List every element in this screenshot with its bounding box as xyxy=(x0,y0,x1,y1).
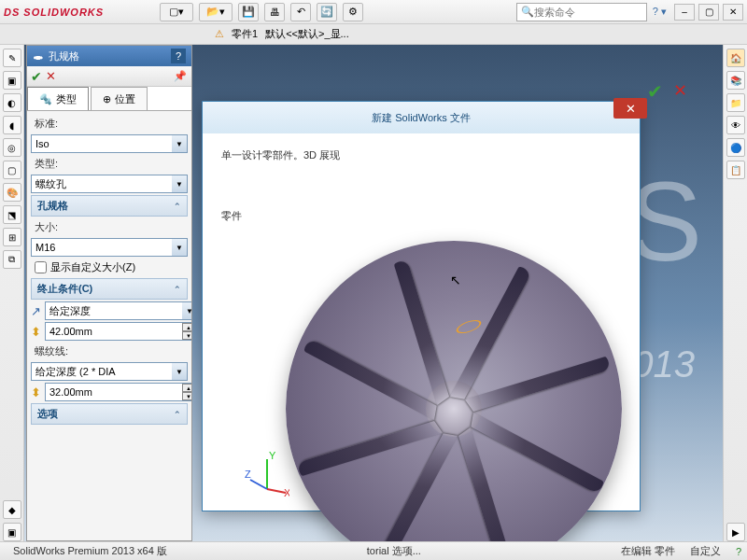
rail-pattern-icon[interactable]: ⊞ xyxy=(3,228,21,246)
pm-ok-button[interactable]: ✔ xyxy=(31,69,42,84)
combo-end-condition[interactable]: ▼ xyxy=(45,301,191,320)
pm-pin-button[interactable]: 📌 xyxy=(173,69,188,84)
status-tutorial[interactable]: torial 选项... xyxy=(359,544,429,558)
tab-position[interactable]: ⊕ 位置 xyxy=(91,87,148,110)
search-input[interactable] xyxy=(534,7,642,18)
depth-icon: ⬍ xyxy=(31,322,41,341)
viewport-cancel-icon[interactable]: ✕ xyxy=(673,80,687,101)
pm-cancel-button[interactable]: ✕ xyxy=(46,69,56,83)
input-standard[interactable] xyxy=(32,135,172,152)
rail-draft-icon[interactable]: ⬔ xyxy=(3,205,21,224)
label-thread: 螺纹线: xyxy=(31,343,188,360)
dd-type-icon[interactable]: ▼ xyxy=(172,175,187,192)
status-custom[interactable]: 自定义 xyxy=(683,544,728,558)
rail-extrude-icon[interactable]: ▣ xyxy=(3,71,21,90)
input-depth[interactable] xyxy=(46,323,182,340)
chk-custom-size-label: 显示自定义大小(Z) xyxy=(50,260,135,274)
task-library-icon[interactable]: 📚 xyxy=(726,71,745,90)
warning-icon: ⚠ xyxy=(215,28,224,40)
title-bar: DS SOLIDWORKS ▢▾ 📂▾ 💾 🖶 ↶ 🔄 ⚙ 🔍 ? ▾ – ▢ … xyxy=(0,0,747,24)
app-logo: DS SOLIDWORKS xyxy=(4,7,104,18)
help-dropdown[interactable]: ? ▾ xyxy=(653,6,667,18)
rail-tool-2-icon[interactable]: ▣ xyxy=(3,523,21,541)
input-thread-depth[interactable] xyxy=(46,384,182,400)
dialog-titlebar: 新建 SolidWorks 文件 ✕ xyxy=(203,102,640,133)
dd-end-icon[interactable]: ▼ xyxy=(182,302,191,319)
dialog-desc-1: 单一设计零部件。3D 展现 xyxy=(221,148,621,162)
pm-title: 孔规格 xyxy=(49,49,79,63)
viewport-accept-icon[interactable]: ✔ xyxy=(647,80,663,103)
section-options[interactable]: 选项⌃ xyxy=(31,403,188,425)
input-thread-mode[interactable] xyxy=(32,363,172,380)
tab-type-label: 类型 xyxy=(56,92,77,106)
dd-size-icon[interactable]: ▼ xyxy=(172,239,187,256)
open-dropdown-button[interactable]: 📂▾ xyxy=(199,3,233,21)
rail-appearance-icon[interactable]: 🎨 xyxy=(3,183,21,202)
input-end-condition[interactable] xyxy=(46,302,182,319)
left-command-rail: ✎ ▣ ◐ ◖ ◎ ▢ 🎨 ⬔ ⊞ ⧉ ◆ ▣ xyxy=(0,45,24,541)
new-dropdown-button[interactable]: ▢▾ xyxy=(160,3,193,21)
combo-type[interactable]: ▼ xyxy=(31,175,188,193)
tab-position-label: 位置 xyxy=(115,92,135,106)
reverse-direction-icon[interactable]: ↗ xyxy=(31,301,41,320)
task-folder-icon[interactable]: 📁 xyxy=(726,93,745,112)
rail-hole-icon[interactable]: ◎ xyxy=(3,138,21,157)
tab-type[interactable]: 🔩 类型 xyxy=(27,87,89,110)
save-button[interactable]: 💾 xyxy=(238,3,259,21)
checkbox-custom-size[interactable]: 显示自定义大小(Z) xyxy=(31,259,188,276)
pm-body: 标准: ▼ 类型: ▼ 孔规格⌃ 大小: ▼ 显示自定义大小(Z) 终止条件(C… xyxy=(27,111,191,540)
rail-shell-icon[interactable]: ▢ xyxy=(3,161,21,179)
undo-button[interactable]: ↶ xyxy=(290,3,311,21)
impeller-model xyxy=(286,241,622,541)
spin-up-button[interactable]: ▲ xyxy=(182,384,191,392)
right-task-rail: 🏠 📚 📁 👁 🔵 📋 ▶ xyxy=(723,45,747,541)
spin-down-button[interactable]: ▼ xyxy=(182,392,191,400)
chk-custom-size-input[interactable] xyxy=(35,261,47,273)
command-search[interactable]: 🔍 xyxy=(516,3,647,21)
spin-up-button[interactable]: ▲ xyxy=(182,323,191,331)
status-help-icon[interactable]: ? xyxy=(736,546,741,557)
dialog-close-button[interactable]: ✕ xyxy=(613,98,647,119)
combo-standard[interactable]: ▼ xyxy=(31,134,188,153)
print-button[interactable]: 🖶 xyxy=(264,3,285,21)
task-home-icon[interactable]: 🏠 xyxy=(726,49,745,67)
pm-help-button[interactable]: ? xyxy=(171,49,186,63)
rail-mirror-icon[interactable]: ⧉ xyxy=(3,250,21,269)
options-button[interactable]: ⚙ xyxy=(343,3,363,21)
combo-thread-mode[interactable]: ▼ xyxy=(31,362,188,381)
minimize-button[interactable]: – xyxy=(674,4,695,21)
dd-standard-icon[interactable]: ▼ xyxy=(172,135,187,152)
restore-button[interactable]: ▢ xyxy=(698,4,719,21)
task-appearance-icon[interactable]: 🔵 xyxy=(726,138,745,157)
thread-depth-icon: ⬍ xyxy=(31,383,41,401)
tab-type-icon: 🔩 xyxy=(39,93,52,105)
task-flyout-icon[interactable]: ▶ xyxy=(726,523,745,541)
task-properties-icon[interactable]: 📋 xyxy=(726,161,745,179)
rebuild-button[interactable]: 🔄 xyxy=(317,3,337,21)
label-type: 类型: xyxy=(31,155,188,173)
status-edit-mode: 在编辑 零件 xyxy=(613,544,683,558)
input-type[interactable] xyxy=(32,175,172,192)
spin-down-button[interactable]: ▼ xyxy=(182,331,191,340)
input-size[interactable] xyxy=(32,239,172,256)
dialog-desc-2: 零件 xyxy=(221,209,621,223)
combo-size[interactable]: ▼ xyxy=(31,238,188,257)
doc-config: 默认<<默认>_显... xyxy=(265,27,349,41)
chevron-icon: ⌃ xyxy=(174,202,181,211)
rail-fillet-icon[interactable]: ◖ xyxy=(3,116,21,134)
section-hole-spec[interactable]: 孔规格⌃ xyxy=(31,195,188,217)
rail-tool-1-icon[interactable]: ◆ xyxy=(3,500,21,519)
spin-thread-depth[interactable]: ▲▼ xyxy=(45,383,191,401)
rail-sketch-icon[interactable]: ✎ xyxy=(3,49,21,67)
doc-label: 零件1 xyxy=(232,27,258,41)
spin-depth[interactable]: ▲▼ xyxy=(45,322,191,341)
section-end-condition[interactable]: 终止条件(C)⌃ xyxy=(31,278,188,300)
status-bar: SolidWorks Premium 2013 x64 版 torial 选项.… xyxy=(0,541,747,560)
status-version: SolidWorks Premium 2013 x64 版 xyxy=(6,544,175,558)
task-view-icon[interactable]: 👁 xyxy=(726,116,745,134)
doc-toolbar: ⚠ 零件1 默认<<默认>_显... xyxy=(0,24,747,45)
rail-revolve-icon[interactable]: ◐ xyxy=(3,93,21,112)
close-button[interactable]: ✕ xyxy=(723,4,743,21)
dd-thread-icon[interactable]: ▼ xyxy=(172,363,187,380)
search-icon: 🔍 xyxy=(521,6,534,18)
